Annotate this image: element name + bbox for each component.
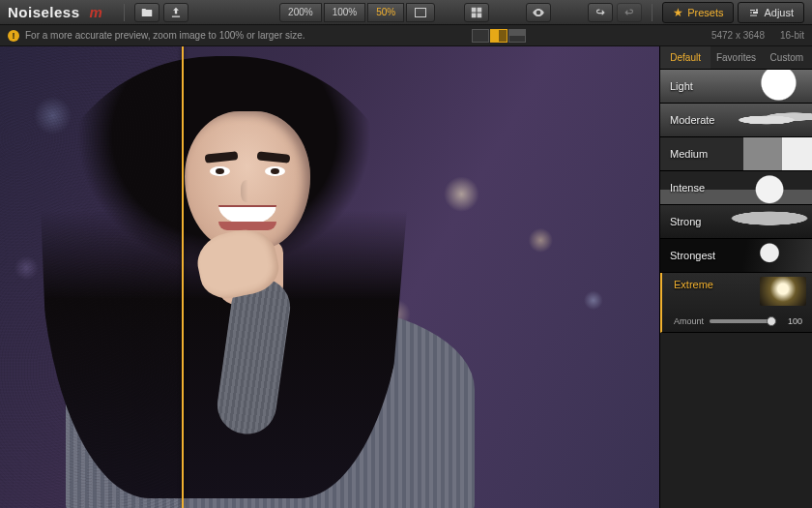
zoom-fit-button[interactable] [406, 3, 435, 22]
amount-slider-knob[interactable] [767, 316, 776, 326]
amount-label: Amount [674, 316, 704, 326]
folder-icon [140, 6, 154, 19]
image-dimensions: 5472 x 3648 [711, 30, 765, 41]
app-logo: m [90, 4, 102, 20]
toolbar-separator [652, 4, 652, 21]
preset-label: Moderate [670, 114, 714, 126]
adjust-mode-button[interactable]: Adjust [738, 2, 804, 23]
info-bar: ! For a more accurate preview, zoom imag… [0, 25, 812, 46]
preset-moderate[interactable]: Moderate [660, 104, 812, 137]
subject-face [185, 111, 310, 250]
preset-medium[interactable]: Medium [660, 137, 812, 171]
histogram-button[interactable] [464, 3, 489, 22]
hint-text: For a more accurate preview, zoom image … [25, 30, 305, 41]
open-button[interactable] [134, 3, 160, 22]
svg-rect-0 [416, 8, 426, 16]
preset-label: Light [670, 80, 693, 92]
eye-icon [532, 6, 545, 19]
app-title: Noiseless [8, 4, 80, 20]
main-area: Default Favorites Custom Light Moderate … [0, 46, 812, 508]
star-icon: ★ [673, 6, 683, 19]
export-button[interactable] [163, 3, 188, 22]
preset-strongest[interactable]: Strongest [660, 239, 812, 273]
preset-label: Strong [670, 216, 701, 227]
preset-label: Medium [670, 148, 708, 160]
presets-mode-label: Presets [687, 7, 723, 18]
redo-button[interactable] [617, 3, 642, 22]
sliders-icon [748, 7, 760, 18]
tab-default[interactable]: Default [660, 46, 710, 69]
warning-icon: ! [8, 30, 19, 42]
image-canvas[interactable] [0, 46, 659, 508]
adjust-mode-label: Adjust [764, 7, 794, 18]
presets-mode-button[interactable]: ★ Presets [662, 2, 734, 23]
undo-button[interactable] [588, 3, 613, 22]
amount-value: 100 [777, 316, 802, 326]
image-bit-depth: 16-bit [780, 30, 804, 41]
preset-label: Extreme [674, 279, 713, 290]
tab-favorites[interactable]: Favorites [710, 46, 761, 69]
amount-row: Amount 100 [674, 316, 802, 326]
preset-strong[interactable]: Strong [660, 205, 812, 239]
redo-icon [623, 6, 636, 19]
zoom-50-button[interactable]: 50% [367, 3, 404, 22]
compare-split-horizontal-button[interactable] [508, 29, 526, 43]
preset-label: Intense [670, 182, 705, 194]
amount-slider[interactable] [710, 319, 771, 323]
compare-split-vertical-button[interactable] [490, 29, 508, 43]
top-toolbar: Noiseless m 200% 100% 50% ★ Presets Adju… [0, 0, 812, 25]
quick-preview-button[interactable] [526, 3, 551, 22]
preset-light[interactable]: Light [660, 70, 812, 104]
undo-icon [594, 6, 607, 19]
tab-custom[interactable]: Custom [762, 46, 812, 69]
compare-mode-group [472, 29, 526, 43]
preset-list: Light Moderate Medium Intense Strong Str… [660, 70, 812, 508]
grid-icon [470, 6, 483, 19]
zoom-100-button[interactable]: 100% [324, 3, 366, 22]
preset-thumbnail [760, 277, 806, 306]
fit-screen-icon [415, 8, 426, 17]
preset-extreme[interactable]: Extreme Amount 100 [660, 273, 812, 333]
preset-intense[interactable]: Intense [660, 171, 812, 205]
toolbar-separator [124, 4, 125, 21]
before-after-divider[interactable] [182, 46, 184, 508]
share-icon [169, 6, 183, 19]
compare-single-button[interactable] [472, 29, 489, 43]
zoom-200-button[interactable]: 200% [279, 3, 322, 22]
amount-slider-fill [710, 319, 771, 323]
preset-label: Strongest [670, 250, 715, 261]
zoom-group: 200% 100% 50% [279, 3, 435, 22]
panel-tabs: Default Favorites Custom [660, 46, 812, 70]
presets-panel: Default Favorites Custom Light Moderate … [659, 46, 812, 508]
